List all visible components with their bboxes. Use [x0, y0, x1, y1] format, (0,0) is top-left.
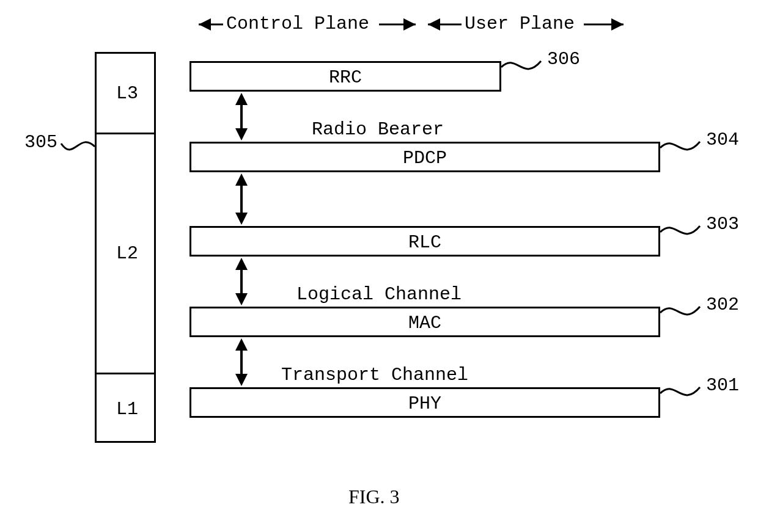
svg-marker-15	[235, 258, 248, 270]
svg-marker-3	[403, 18, 416, 31]
svg-marker-19	[235, 374, 248, 386]
callout-304	[660, 142, 700, 150]
left-ref: 305	[24, 132, 57, 153]
control-plane-label: Control Plane	[226, 13, 369, 34]
rrc-pdcp-arrow	[235, 93, 248, 140]
svg-marker-13	[235, 213, 248, 225]
transport-channel-label: Transport Channel	[281, 365, 468, 385]
protocol-stack-diagram: L3 L2 L1 Control Plane User Plane RRC 30…	[0, 0, 758, 532]
svg-marker-16	[235, 293, 248, 305]
mac-label: MAC	[191, 313, 658, 333]
callout-301	[660, 387, 700, 395]
pdcp-box: PDCP	[190, 142, 660, 172]
l2-label: L2	[97, 243, 158, 264]
phy-ref: 301	[706, 375, 739, 396]
rrc-box: RRC	[190, 61, 501, 92]
user-plane-label: User Plane	[465, 13, 575, 34]
radio-bearer-label: Radio Bearer	[312, 119, 444, 140]
l1-label: L1	[97, 399, 158, 420]
callout-302	[660, 307, 700, 315]
pdcp-rlc-arrow	[235, 173, 248, 225]
pdcp-label: PDCP	[191, 148, 658, 169]
callout-305	[61, 142, 95, 150]
rlc-mac-arrow	[235, 258, 248, 305]
l3-label: L3	[97, 83, 158, 104]
pdcp-ref: 304	[706, 129, 739, 150]
svg-marker-5	[428, 18, 440, 31]
svg-marker-9	[235, 93, 248, 105]
l3-cell: L3	[95, 52, 156, 134]
rlc-ref: 303	[706, 214, 739, 235]
figure-caption: FIG. 3	[348, 486, 400, 508]
rrc-ref: 306	[547, 49, 580, 70]
l2-cell: L2	[95, 133, 156, 374]
svg-marker-12	[235, 173, 248, 186]
phy-label: PHY	[191, 393, 658, 414]
mac-phy-arrow	[235, 338, 248, 386]
mac-box: MAC	[190, 307, 660, 337]
svg-marker-7	[611, 18, 624, 31]
callout-306	[501, 61, 541, 69]
rlc-box: RLC	[190, 226, 660, 257]
svg-marker-18	[235, 338, 248, 351]
l1-cell: L1	[95, 373, 156, 443]
callout-303	[660, 226, 700, 234]
logical-channel-label: Logical Channel	[296, 284, 462, 305]
rlc-label: RLC	[191, 232, 658, 253]
mac-ref: 302	[706, 294, 739, 315]
svg-marker-1	[199, 18, 211, 31]
rrc-label: RRC	[191, 67, 499, 88]
phy-box: PHY	[190, 387, 660, 418]
left-column: L3 L2 L1	[95, 52, 156, 443]
svg-marker-10	[235, 128, 248, 140]
